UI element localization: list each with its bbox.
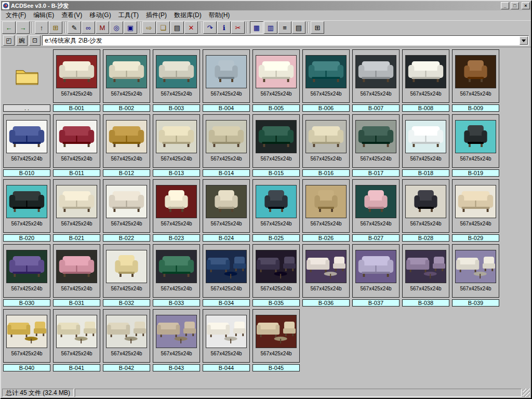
file-item[interactable]: 567x425x24bB-019 bbox=[452, 114, 499, 177]
delete-button[interactable]: ✕ bbox=[184, 21, 198, 34]
zoom-button[interactable]: ◎ bbox=[110, 21, 123, 34]
thumbnail-frame: 567x425x24b bbox=[53, 179, 100, 233]
image-dimensions: 567x425x24b bbox=[61, 156, 92, 162]
properties-icon: ℹ bbox=[223, 24, 225, 31]
properties-button[interactable]: ℹ bbox=[217, 21, 231, 34]
file-item[interactable]: 567x425x24bB-024 bbox=[203, 179, 250, 242]
file-name-label: B-031 bbox=[53, 299, 100, 307]
file-name-label: B-032 bbox=[103, 299, 150, 307]
view-small-icons-button[interactable]: ▥ bbox=[264, 21, 277, 34]
file-item[interactable]: 567x425x24bB-015 bbox=[252, 114, 300, 177]
forward-button[interactable]: → bbox=[16, 21, 30, 34]
menu-item-1[interactable]: 文件(F) bbox=[2, 10, 30, 21]
file-item[interactable]: 567x425x24bB-035 bbox=[252, 244, 300, 307]
describe-button[interactable]: M bbox=[96, 21, 109, 34]
up-folder-button[interactable]: ↑ bbox=[35, 21, 48, 34]
find-button[interactable]: ∞ bbox=[82, 21, 95, 34]
file-item[interactable]: 567x425x24bB-003 bbox=[153, 49, 200, 112]
menu-item-7[interactable]: 数据库(D) bbox=[170, 10, 205, 21]
view-list-button[interactable]: ≡ bbox=[278, 21, 291, 34]
file-item[interactable]: 567x425x24bB-007 bbox=[352, 49, 400, 112]
file-item[interactable]: 567x425x24bB-022 bbox=[103, 179, 150, 242]
menu-item-5[interactable]: 工具(T) bbox=[115, 10, 142, 21]
file-item[interactable]: 567x425x24bB-040 bbox=[3, 309, 50, 371]
acquire-button[interactable]: ✎ bbox=[68, 21, 81, 34]
file-item[interactable]: 567x425x24bB-002 bbox=[103, 49, 150, 112]
file-item[interactable]: 567x425x24bB-034 bbox=[203, 244, 250, 307]
image-dimensions: 567x425x24b bbox=[161, 91, 192, 97]
file-item[interactable]: 567x425x24bB-033 bbox=[153, 244, 200, 307]
file-name-label: B-045 bbox=[252, 364, 300, 371]
thumbnail-frame bbox=[3, 49, 50, 103]
sofa-thumbnail bbox=[156, 185, 197, 218]
file-item[interactable]: 567x425x24bB-037 bbox=[352, 244, 400, 307]
file-item[interactable]: 567x425x24bB-042 bbox=[103, 309, 150, 371]
view-thumbnails-button[interactable]: ▦ bbox=[250, 21, 263, 34]
image-dimensions: 567x425x24b bbox=[111, 91, 142, 97]
image-dimensions: 567x425x24b bbox=[61, 91, 92, 97]
file-item[interactable]: 567x425x24bB-025 bbox=[252, 179, 300, 242]
file-item[interactable]: 567x425x24bB-020 bbox=[3, 179, 50, 242]
file-item[interactable]: 567x425x24bB-017 bbox=[352, 114, 400, 177]
file-item[interactable]: 567x425x24bB-006 bbox=[302, 49, 350, 112]
rotate-button[interactable]: ↷ bbox=[203, 21, 217, 34]
file-item[interactable]: 567x425x24bB-030 bbox=[3, 244, 50, 307]
file-item[interactable]: 567x425x24bB-004 bbox=[203, 49, 250, 112]
file-item[interactable]: 567x425x24bB-013 bbox=[153, 114, 200, 177]
file-item[interactable]: 567x425x24bB-012 bbox=[103, 114, 150, 177]
file-item[interactable]: 567x425x24bB-008 bbox=[402, 49, 449, 112]
file-item[interactable]: 567x425x24bB-010 bbox=[3, 114, 50, 177]
new-folder-button[interactable]: ⊞ bbox=[49, 21, 62, 34]
film-strip-button[interactable]: ⊡ bbox=[29, 35, 41, 46]
file-item[interactable]: 567x425x24bB-001 bbox=[53, 49, 100, 112]
minimize-button[interactable]: _ bbox=[501, 2, 509, 9]
file-item[interactable]: 567x425x24bB-026 bbox=[302, 179, 350, 242]
file-item[interactable]: 567x425x24bB-029 bbox=[452, 179, 499, 242]
file-item[interactable]: 567x425x24bB-016 bbox=[302, 114, 350, 177]
file-item[interactable]: 567x425x24bB-044 bbox=[203, 309, 250, 371]
close-button[interactable]: × bbox=[522, 2, 530, 9]
preview-pane-button[interactable]: 婉 bbox=[16, 35, 28, 46]
menu-item-6[interactable]: 插件(P) bbox=[142, 10, 170, 21]
copy-button[interactable]: ❏ bbox=[156, 21, 170, 34]
move-button[interactable]: ⇨ bbox=[142, 21, 156, 34]
path-dropdown-button[interactable] bbox=[520, 36, 528, 45]
file-name-label: B-041 bbox=[53, 364, 100, 371]
file-item[interactable]: 567x425x24bB-031 bbox=[53, 244, 100, 307]
file-item[interactable]: 567x425x24bB-032 bbox=[103, 244, 150, 307]
view-details-button[interactable]: ▤ bbox=[292, 21, 305, 34]
file-item[interactable]: 567x425x24bB-014 bbox=[203, 114, 250, 177]
print-button[interactable]: ▤ bbox=[170, 21, 184, 34]
folder-view-button[interactable]: ◰ bbox=[3, 35, 15, 46]
image-dimensions: 567x425x24b bbox=[161, 221, 192, 227]
maximize-button[interactable]: □ bbox=[511, 2, 519, 9]
slideshow-button[interactable]: ▣ bbox=[124, 21, 137, 34]
menu-item-2[interactable]: 编辑(E) bbox=[30, 10, 58, 21]
file-item[interactable]: 567x425x24bB-043 bbox=[153, 309, 200, 371]
file-item[interactable]: 567x425x24bB-039 bbox=[452, 244, 499, 307]
parent-folder-item[interactable]: . . bbox=[3, 49, 50, 112]
file-item[interactable]: 567x425x24bB-027 bbox=[352, 179, 400, 242]
menu-item-3[interactable]: 查看(V) bbox=[58, 10, 86, 21]
file-item[interactable]: 567x425x24bB-023 bbox=[153, 179, 200, 242]
file-item[interactable]: 567x425x24bB-041 bbox=[53, 309, 100, 371]
file-name-label: B-008 bbox=[402, 104, 449, 112]
grid-options-button[interactable]: ⊞ bbox=[311, 21, 324, 34]
file-item[interactable]: 567x425x24bB-038 bbox=[402, 244, 449, 307]
file-item[interactable]: 567x425x24bB-011 bbox=[53, 114, 100, 177]
file-item[interactable]: 567x425x24bB-028 bbox=[402, 179, 449, 242]
menu-item-8[interactable]: 帮助(H) bbox=[205, 10, 234, 21]
plugins-button[interactable]: ✂ bbox=[231, 21, 245, 34]
file-item[interactable]: 567x425x24bB-018 bbox=[402, 114, 449, 177]
thumbnail-frame: 567x425x24b bbox=[153, 49, 200, 103]
back-button[interactable]: ← bbox=[2, 21, 16, 34]
file-item[interactable]: 567x425x24bB-009 bbox=[452, 49, 499, 112]
menu-item-4[interactable]: 移动(G) bbox=[86, 10, 114, 21]
path-combobox[interactable]: e:\传统家具 2\B-沙发 bbox=[42, 35, 529, 46]
resize-grip[interactable] bbox=[523, 389, 530, 397]
file-item[interactable]: 567x425x24bB-036 bbox=[302, 244, 350, 307]
title-bar[interactable]: ACDSee v3.0 - B-沙发 _ □ × bbox=[1, 1, 531, 10]
file-item[interactable]: 567x425x24bB-045 bbox=[252, 309, 300, 371]
file-item[interactable]: 567x425x24bB-021 bbox=[53, 179, 100, 242]
file-item[interactable]: 567x425x24bB-005 bbox=[252, 49, 300, 112]
